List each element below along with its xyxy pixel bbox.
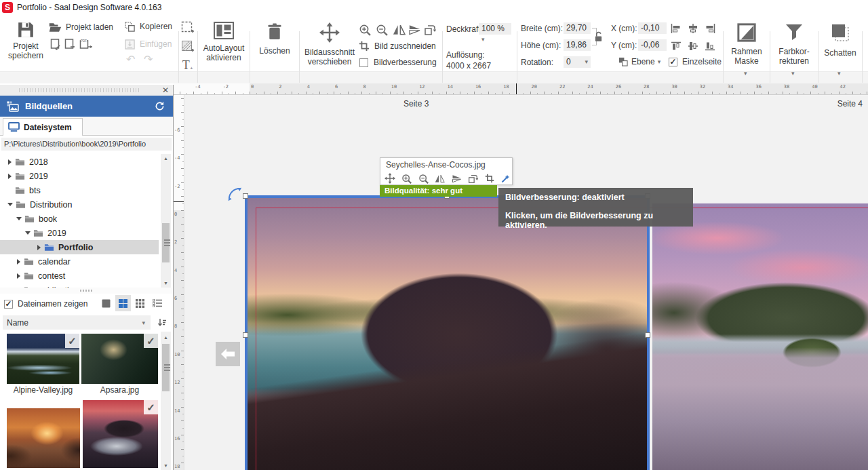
delete-button[interactable]: Löschen bbox=[252, 18, 298, 71]
crop-image-button[interactable]: Bild zuschneiden bbox=[359, 40, 436, 52]
handle-mid-right[interactable] bbox=[645, 332, 650, 338]
tree-item-portfolio-selected[interactable]: Portfolio bbox=[0, 240, 159, 254]
thumbnail-australien-fingal[interactable]: ✓ bbox=[83, 400, 158, 468]
align-center-h-button[interactable] bbox=[687, 23, 699, 34]
selection-frame[interactable] bbox=[245, 195, 650, 470]
tree-scroll-down-icon[interactable]: ▼ bbox=[161, 279, 171, 288]
view-single-button[interactable] bbox=[98, 295, 114, 311]
tree-scrollbar-thumb[interactable] bbox=[162, 223, 170, 262]
paste-button[interactable]: Einfügen bbox=[125, 39, 172, 50]
panel-drag-handle[interactable]: ✕ bbox=[0, 85, 173, 96]
overlay-flip-v-icon[interactable] bbox=[452, 174, 462, 183]
redo-icon[interactable]: ↷ bbox=[144, 53, 153, 66]
overlay-zoom-out-icon[interactable] bbox=[418, 174, 429, 184]
tree-item-distribution[interactable]: Distribution bbox=[0, 197, 159, 212]
align-right-button[interactable] bbox=[704, 23, 716, 34]
overlay-rotate-icon[interactable] bbox=[468, 174, 478, 184]
handle-mid-left[interactable] bbox=[243, 332, 248, 338]
height-input[interactable]: 19,86 bbox=[564, 39, 591, 51]
flip-horizontal-button[interactable] bbox=[392, 23, 406, 37]
add-fill-button[interactable] bbox=[180, 39, 195, 54]
thumbnail-australia-whisky-bay[interactable] bbox=[7, 408, 80, 468]
thumbs-scroll-down-icon[interactable]: ▼ bbox=[161, 461, 171, 470]
flip-vertical-button[interactable] bbox=[408, 23, 421, 37]
copy-label: Kopieren bbox=[140, 22, 172, 31]
tree-item-2019-sub[interactable]: 2019 bbox=[0, 226, 159, 240]
rotation-select[interactable]: 0 ▾ bbox=[564, 56, 591, 68]
color-corrections-button[interactable]: Farbkor-rekturen ▾ bbox=[770, 18, 818, 83]
filter-funnel-icon bbox=[785, 23, 804, 41]
tree-item-2019[interactable]: 2019 bbox=[0, 169, 159, 183]
page4-photo[interactable] bbox=[652, 203, 868, 470]
rotate-handle-icon[interactable] bbox=[226, 184, 245, 203]
align-bottom-button[interactable] bbox=[704, 41, 716, 52]
align-left-button[interactable] bbox=[670, 23, 682, 34]
frame-mask-button[interactable]: Rahmen Maske ▾ bbox=[724, 18, 770, 83]
sort-dropdown[interactable]: Name ▾ bbox=[3, 315, 151, 330]
thumbnail-apsara[interactable]: ✓ bbox=[81, 334, 158, 384]
path-field[interactable]: P:\Pictures\Distribution\book\2019\Portf… bbox=[1, 138, 172, 151]
overlay-flip-h-icon[interactable] bbox=[435, 174, 445, 183]
align-middle-v-button[interactable] bbox=[687, 41, 699, 52]
import-project-button[interactable] bbox=[49, 38, 61, 52]
zoom-out-button[interactable] bbox=[375, 23, 389, 37]
sort-direction-button[interactable] bbox=[155, 315, 169, 330]
tree-item-calendar[interactable]: calendar bbox=[0, 254, 159, 269]
overlay-enhance-wand-icon[interactable] bbox=[500, 174, 511, 184]
refresh-icon[interactable] bbox=[155, 101, 165, 111]
shadow-button[interactable]: Schatten ▾ bbox=[819, 18, 861, 83]
add-text-button[interactable]: T₊ bbox=[180, 57, 195, 73]
rotate-image-button[interactable] bbox=[423, 23, 437, 37]
autolayout-button[interactable]: AutoLayout aktivieren bbox=[199, 18, 249, 71]
layer-dropdown[interactable]: Ebene ▾ bbox=[618, 56, 660, 67]
shadow-dropdown-arrow: ▾ bbox=[837, 70, 841, 77]
undo-icon[interactable]: ↶ bbox=[126, 53, 135, 66]
aspect-lock-icon[interactable] bbox=[594, 31, 603, 43]
thumbs-scroll-up-icon[interactable]: ▲ bbox=[161, 333, 171, 342]
canvas[interactable]: Seite 3 Seite 4 Seychelles-Anse-Cocos.jp… bbox=[185, 95, 868, 470]
y-input[interactable]: -0,06 bbox=[638, 39, 667, 51]
add-text-icon: T₊ bbox=[182, 58, 193, 73]
tooltip-line2: Klicken, um die Bildverbesserung zu akti… bbox=[505, 211, 686, 230]
zoom-in-button[interactable] bbox=[358, 23, 372, 37]
move-image-section-button[interactable]: Bildausschnitt verschieben bbox=[302, 18, 357, 71]
overlay-zoom-in-icon[interactable] bbox=[401, 174, 412, 184]
image-enhancement-checkbox[interactable]: Bildverbesserung bbox=[359, 57, 437, 68]
overlay-move-icon[interactable] bbox=[384, 173, 395, 184]
prev-page-button[interactable] bbox=[216, 342, 240, 366]
panel-close-icon[interactable]: ✕ bbox=[162, 85, 169, 95]
opacity-select[interactable]: 100 % ▾ bbox=[479, 23, 511, 35]
align-top-button[interactable] bbox=[670, 41, 682, 52]
view-grid-2-button[interactable] bbox=[115, 295, 131, 311]
load-project-button[interactable]: Projekt laden bbox=[49, 21, 113, 33]
thumbnails-scrollbar[interactable]: ▲ ▼ bbox=[161, 332, 171, 470]
add-image-frame-button[interactable] bbox=[180, 20, 195, 35]
tree-scrollbar[interactable]: ▲ ▼ bbox=[161, 154, 171, 288]
tree-scroll-up-icon[interactable]: ▲ bbox=[161, 154, 171, 163]
view-list-button[interactable] bbox=[149, 295, 165, 311]
folder-icon bbox=[33, 229, 43, 237]
color-corrections-dropdown-arrow: ▾ bbox=[791, 70, 795, 77]
tree-item-book[interactable]: book bbox=[0, 212, 159, 226]
tree-item-bts[interactable]: bts bbox=[0, 183, 159, 197]
export-project-button[interactable] bbox=[64, 38, 76, 52]
rotation-label: Rotation: bbox=[521, 58, 553, 67]
view-grid-3-button[interactable] bbox=[132, 295, 148, 311]
single-page-checkbox[interactable]: ✓ Einzelseite bbox=[669, 56, 722, 67]
x-input[interactable]: -0,10 bbox=[638, 22, 667, 34]
tab-filesystem[interactable]: Dateisystem bbox=[3, 118, 83, 136]
pdf-export-button[interactable]: PDF bbox=[79, 38, 94, 52]
thumbnail-alpine-valley[interactable]: ✓ bbox=[7, 334, 79, 384]
tree-item-contest[interactable]: contest bbox=[0, 269, 159, 283]
tree-item-publications[interactable]: publications bbox=[0, 283, 159, 288]
tree-item-2018[interactable]: 2018 bbox=[0, 155, 159, 169]
copy-button[interactable]: Kopieren bbox=[125, 21, 172, 32]
save-project-button[interactable]: Projekt speichern bbox=[5, 18, 46, 70]
show-filenames-checkbox[interactable]: ✓ Dateinamen zeigen bbox=[4, 299, 87, 309]
overlay-crop-icon[interactable] bbox=[485, 174, 494, 183]
width-input[interactable]: 29,70 bbox=[564, 22, 591, 34]
h-ruler: -4-2024681012141618202224262830323436384… bbox=[174, 83, 868, 95]
layers-icon bbox=[618, 57, 628, 66]
panel-splitter[interactable] bbox=[0, 288, 173, 294]
thumbnails-scrollbar-thumb[interactable] bbox=[162, 344, 170, 391]
